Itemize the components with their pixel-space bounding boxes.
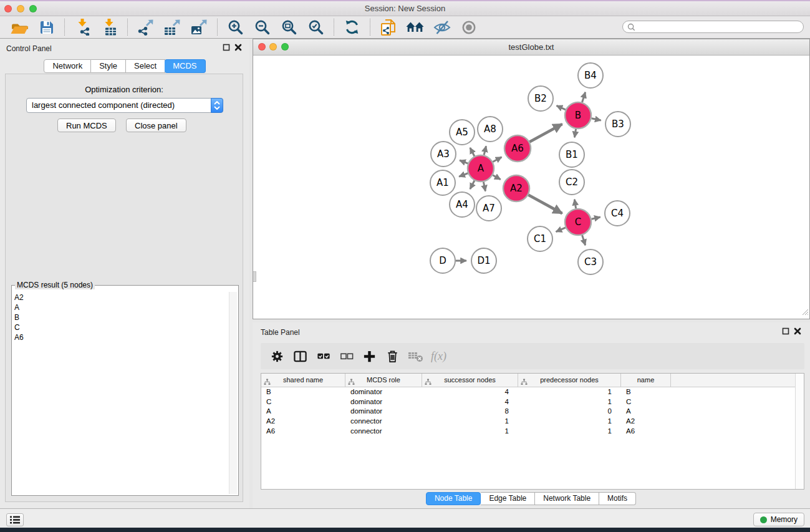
function-builder-button[interactable]: f(x) <box>427 345 450 367</box>
table-cell[interactable]: 1 <box>518 417 621 427</box>
settings-button[interactable] <box>266 345 289 367</box>
zoom-in-button[interactable] <box>222 17 249 38</box>
zoom-window-button[interactable] <box>29 5 37 12</box>
graph-node-B1[interactable]: B1 <box>559 142 584 167</box>
mcds-result-item[interactable]: A6 <box>14 332 228 342</box>
graph-edge-A6-B[interactable] <box>529 124 562 142</box>
mcds-result-item[interactable]: B <box>14 312 228 322</box>
graph-node-C3[interactable]: C3 <box>578 249 603 274</box>
graph-node-B2[interactable]: B2 <box>528 86 553 111</box>
graph-node-D[interactable]: D <box>430 248 455 273</box>
graph-edge-B-B2[interactable] <box>557 105 566 109</box>
add-column-button[interactable] <box>358 345 381 367</box>
table-cell[interactable]: 1 <box>518 387 621 397</box>
close-table-panel-icon[interactable] <box>794 327 801 335</box>
graph-edge-A-A8[interactable] <box>484 146 486 155</box>
search-input[interactable] <box>638 21 803 32</box>
result-list-scrollbar[interactable] <box>229 292 237 494</box>
minimize-window-button[interactable] <box>17 5 24 12</box>
graph-edge-B-B4[interactable] <box>582 92 586 102</box>
mcds-result-item[interactable]: C <box>14 322 228 332</box>
graph-edge-A-A6[interactable] <box>493 157 501 162</box>
table-cell[interactable]: connector <box>345 427 422 437</box>
table-cell[interactable]: B <box>621 387 671 397</box>
split-view-button[interactable] <box>289 345 312 367</box>
table-cell[interactable]: A <box>261 407 345 417</box>
show-panels-button[interactable] <box>6 513 24 526</box>
graph-node-A6[interactable]: A6 <box>504 135 531 162</box>
save-session-button[interactable] <box>33 17 60 38</box>
graph-node-B4[interactable]: B4 <box>578 63 603 88</box>
home-browser-button[interactable] <box>402 17 428 38</box>
column-header-successor-nodes[interactable]: successor nodes <box>422 374 518 387</box>
zoom-selected-button[interactable] <box>302 17 329 38</box>
table-cell[interactable]: 1 <box>518 427 621 437</box>
table-cell[interactable]: C <box>621 397 671 407</box>
column-header-MCDS-role[interactable]: MCDS role <box>345 374 422 387</box>
graph-edge-A-A3[interactable] <box>460 160 468 163</box>
tab-node-table[interactable]: Node Table <box>426 492 481 505</box>
table-cell[interactable]: dominator <box>345 397 422 407</box>
splitter-handle[interactable] <box>253 271 256 282</box>
column-header-shared-name[interactable]: shared name <box>261 374 345 387</box>
refresh-button[interactable] <box>339 17 365 38</box>
graph-node-C[interactable]: C <box>565 209 591 235</box>
clone-network-button[interactable] <box>375 17 402 38</box>
export-table-button[interactable] <box>159 17 186 38</box>
tab-select[interactable]: Select <box>126 59 165 73</box>
unselect-all-columns-button[interactable] <box>335 345 358 367</box>
close-panel-icon[interactable] <box>234 44 242 51</box>
table-cell[interactable]: connector <box>345 417 422 427</box>
close-window-button[interactable] <box>4 5 12 12</box>
tab-network[interactable]: Network <box>44 59 91 73</box>
graph-edge-A-A4[interactable] <box>470 181 475 190</box>
column-header-predecessor-nodes[interactable]: predecessor nodes <box>518 374 621 387</box>
table-cell[interactable]: 1 <box>422 417 518 427</box>
graph-edge-A-A1[interactable] <box>459 173 468 177</box>
table-cell[interactable]: A6 <box>621 427 671 437</box>
zoom-out-button[interactable] <box>249 17 276 38</box>
table-cell[interactable]: 8 <box>422 407 518 417</box>
tab-style[interactable]: Style <box>91 59 126 73</box>
tab-mcds[interactable]: MCDS <box>165 59 205 73</box>
graph-node-C2[interactable]: C2 <box>559 170 584 195</box>
import-network-button[interactable] <box>69 17 96 38</box>
table-cell[interactable]: A <box>621 407 671 417</box>
graph-node-D1[interactable]: D1 <box>471 248 496 273</box>
table-scrollbar[interactable] <box>795 374 804 489</box>
table-cell[interactable]: 1 <box>518 397 621 407</box>
graph-node-A2[interactable]: A2 <box>503 175 529 201</box>
memory-button[interactable]: Memory <box>753 513 804 526</box>
graph-edge-A-A5[interactable] <box>470 148 475 157</box>
run-mcds-button[interactable]: Run MCDS <box>57 118 116 132</box>
graph-edge-C-C4[interactable] <box>591 217 600 219</box>
network-canvas[interactable]: B4B2BB3A5A8A6A3AB1A1A2C2A4A7C4CC1DD1C3 <box>253 56 809 319</box>
network-zoom-button[interactable] <box>281 43 289 51</box>
graph-node-A3[interactable]: A3 <box>431 142 456 167</box>
mcds-result-item[interactable]: A2 <box>14 293 228 302</box>
show-graphics-button[interactable] <box>455 17 482 38</box>
tab-edge-table[interactable]: Edge Table <box>481 492 535 505</box>
graph-node-A[interactable]: A <box>468 155 494 181</box>
graph-edge-A-A7[interactable] <box>483 182 485 191</box>
delete-table-button[interactable] <box>404 345 427 367</box>
graph-edge-C-C2[interactable] <box>574 200 576 209</box>
zoom-fit-button[interactable] <box>276 17 302 38</box>
table-cell[interactable]: 4 <box>422 397 518 407</box>
tab-motifs[interactable]: Motifs <box>599 492 636 505</box>
table-cell[interactable]: 4 <box>422 387 518 397</box>
hide-edges-button[interactable] <box>428 17 455 38</box>
select-all-columns-button[interactable] <box>312 345 335 367</box>
graph-node-A8[interactable]: A8 <box>478 117 503 142</box>
graph-edge-C-C3[interactable] <box>582 235 586 245</box>
resize-grip-icon[interactable] <box>801 307 809 318</box>
table-cell[interactable]: 0 <box>518 407 621 417</box>
mcds-result-item[interactable]: A <box>14 302 228 312</box>
tab-network-table[interactable]: Network Table <box>535 492 599 505</box>
table-cell[interactable]: B <box>261 387 345 397</box>
search-box[interactable] <box>622 21 804 33</box>
graph-node-B3[interactable]: B3 <box>605 112 630 137</box>
column-header-name[interactable]: name <box>621 374 671 387</box>
graph-edge-B-B3[interactable] <box>591 118 600 120</box>
network-minimize-button[interactable] <box>269 43 277 51</box>
